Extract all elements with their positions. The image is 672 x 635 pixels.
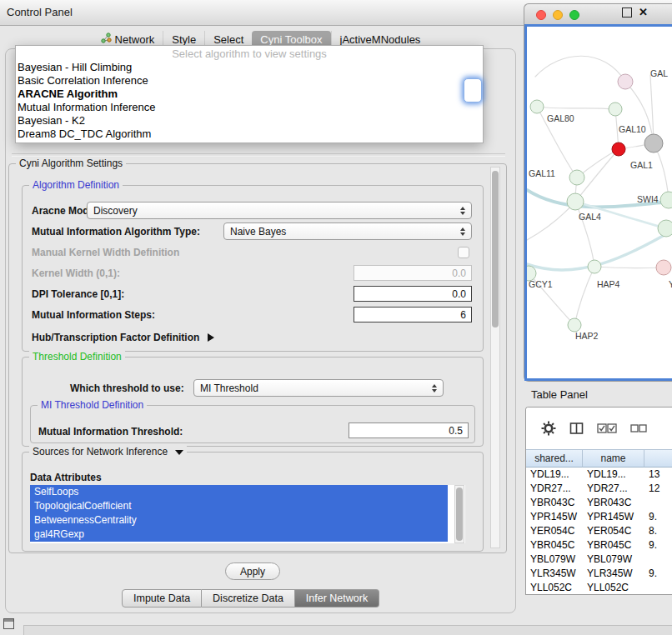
apply-button[interactable]: Apply [225,562,280,580]
network-node[interactable] [656,260,671,275]
network-node-label: HAP4 [597,279,620,289]
table-row[interactable]: YDL19...YDL19...13 [526,468,672,482]
mi-threshold-field[interactable]: 0.5 [349,422,469,438]
algorithm-options: Bayesian - Hill ClimbingBasic Correlatio… [16,61,483,141]
focused-help-button[interactable] [464,78,482,102]
table-settings-button[interactable] [541,421,556,436]
mi-threshold-group-title: MI Threshold Definition [38,399,147,411]
bottom-tab-infer-network[interactable]: Infer Network [295,589,379,608]
manual-kernel-label: Manual Kernel Width Definition [32,247,179,258]
table-cell: YLL052C [526,581,583,595]
table-cell: YER054C [583,524,644,538]
network-window-titlebar[interactable] [524,4,672,24]
table-row[interactable]: YBR043CYBR043C [526,496,672,510]
bottom-tab-impute-data[interactable]: Impute Data [122,589,202,608]
table-cell: YBL079W [583,552,644,567]
network-node[interactable] [660,192,672,208]
network-node[interactable] [609,102,622,116]
algorithm-option-mutual-information-inference[interactable]: Mutual Information Inference [16,101,483,114]
table-row[interactable]: YBL079WYBL079W [526,552,672,567]
panel-window-controls: ✕ [622,7,648,18]
table-body: YDL19...YDL19...13YDR27...YDR27...12YBR0… [526,468,672,595]
zoom-window-icon[interactable] [569,10,579,20]
mi-steps-label: Mutual Information Steps: [32,309,155,321]
attributes-scrollbar-thumb[interactable] [456,488,463,541]
network-node-label: Y [669,279,672,289]
network-node-label: GAL80 [547,113,574,123]
attributes-scrollbar[interactable] [454,485,464,543]
manual-kernel-checkbox[interactable] [458,247,469,258]
network-canvas[interactable]: GALGAL80GAL10GAL1GAL11SWI4GAL4GCY1HAP4YH… [524,24,672,381]
table-row[interactable]: YER054CYER054C8. [526,524,672,538]
table-row[interactable]: YDR27...YDR27...12 [526,482,672,496]
table-column-header-2[interactable]: name [583,449,644,468]
sources-group-title[interactable]: Sources for Network Inference [29,446,187,458]
kernel-width-label: Kernel Width (0,1): [32,268,120,279]
table-cell: YBR043C [583,496,644,510]
table-column-header-3[interactable] [644,449,672,468]
table-row[interactable]: YLL052CYLL052C [526,581,672,595]
network-node-label: SWI4 [637,194,659,204]
algorithm-option-bayesian-hill-climbing[interactable]: Bayesian - Hill Climbing [16,61,483,74]
bottom-tab-bar: Impute DataDiscretize DataInfer Network [122,589,379,608]
application-root: Control Panel ✕ NetworkStyleSelectCyni T… [0,0,672,635]
combo-arrows-icon [455,207,465,215]
aracne-mode-select[interactable]: Discovery [87,202,472,219]
table-cell: 12 [644,482,672,496]
cyni-settings-title: Cyni Algorithm Settings [16,158,126,169]
algorithm-option-bayesian-k2[interactable]: Bayesian - K2 [16,114,483,128]
close-window-icon[interactable] [536,10,546,20]
tab-label: Select [213,33,243,46]
which-threshold-select[interactable]: MI Threshold [193,379,444,397]
network-node[interactable] [612,142,625,156]
table-row[interactable]: YPR145WYPR145W9. [526,510,672,524]
collapsed-arrow-icon [208,333,214,342]
float-panel-icon[interactable] [622,8,632,18]
hidden-group-divider [12,153,505,157]
attribute-item-gal4rgexp[interactable]: gal4RGexp [30,528,448,542]
table-cell: YBR045C [526,538,583,552]
network-node[interactable] [588,260,601,273]
network-node-label: GAL11 [529,168,555,178]
hub-definition-label: Hub/Transcription Factor Definition [32,332,199,343]
table-columns-button[interactable] [569,422,584,435]
close-panel-icon[interactable]: ✕ [639,7,648,18]
mi-type-value: Naive Bayes [230,226,286,238]
mi-type-select[interactable]: Naive Bayes [223,222,472,240]
algorithm-option-basic-correlation-inference[interactable]: Basic Correlation Inference [16,74,483,88]
combo-arrows-icon [427,384,437,392]
network-node[interactable] [658,220,672,237]
tab-label: Network [115,33,155,46]
deselect-all-rows-button[interactable] [630,424,647,432]
table-toolbar [526,408,672,449]
network-node[interactable] [618,74,633,89]
hub-definition-toggle[interactable]: Hub/Transcription Factor Definition [32,332,214,343]
network-node[interactable] [569,170,584,185]
table-column-header-1[interactable]: shared... [526,449,583,468]
mi-steps-field[interactable]: 6 [354,307,472,322]
dpi-tolerance-field[interactable]: 0.0 [354,286,472,302]
unchecked-boxes-icon [630,424,647,432]
attribute-item-selfloops[interactable]: SelfLoops [30,485,448,499]
table-cell: 9. [644,538,672,552]
settings-scrollbar-thumb[interactable] [492,171,499,328]
algorithm-option-aracne-algorithm[interactable]: ARACNE Algorithm [16,88,483,101]
bottom-tab-discretize-data[interactable]: Discretize Data [202,589,295,608]
minimize-window-icon[interactable] [553,10,563,20]
table-row[interactable]: YBR045CYBR045C9. [526,538,672,552]
restore-panel-icon[interactable] [3,618,14,629]
table-row[interactable]: YLR345WYLR345W9. [526,567,672,581]
kernel-width-field[interactable]: 0.0 [354,265,472,281]
algorithm-option-dream8-dc-tdc-algorithm[interactable]: Dream8 DC_TDC Algorithm [16,128,483,141]
table-cell: 8. [644,524,672,538]
settings-scrollbar[interactable] [490,167,500,548]
select-all-rows-button[interactable] [597,423,617,433]
attribute-item-topologicalcoefficient[interactable]: TopologicalCoefficient [30,499,448,513]
network-tab-icon [101,32,112,46]
network-node[interactable] [567,193,584,210]
network-node[interactable] [568,318,581,332]
network-node[interactable] [530,100,544,113]
network-node[interactable] [644,134,663,152]
attribute-item-betweennesscentrality[interactable]: BetweennessCentrality [30,513,448,528]
table-panel: shared...name YDL19...YDL19...13YDR27...… [525,407,672,595]
